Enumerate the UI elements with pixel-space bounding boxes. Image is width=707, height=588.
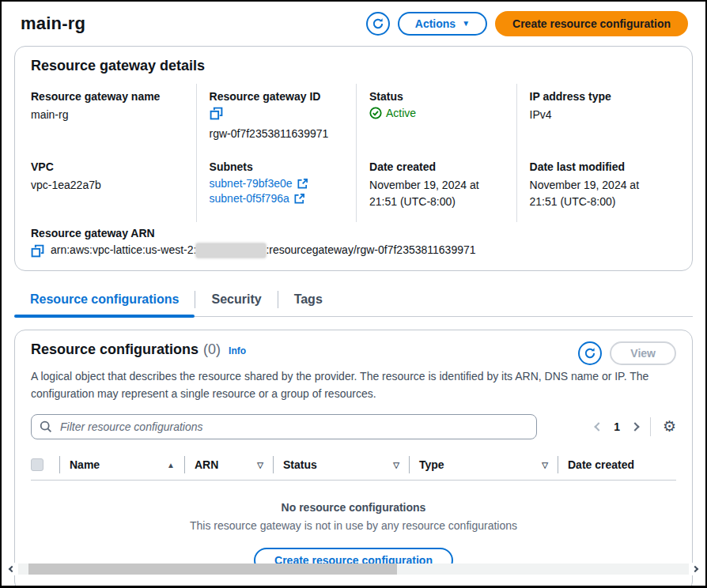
panel-title: Resource configurations (0) Info [31,341,246,358]
current-page[interactable]: 1 [614,420,620,433]
select-all-checkbox-cell [31,458,59,471]
refresh-icon [372,17,384,30]
empty-state-message: This resource gateway is not in use by a… [31,519,676,532]
tab-bar: Resource configurations Security Tags [14,282,693,317]
filter-box [31,414,537,439]
scroll-right-button[interactable] [689,563,701,575]
sort-icon[interactable]: ▽ [393,461,399,469]
field-status: Status Active [356,84,516,154]
refresh-button[interactable] [366,12,390,36]
refresh-icon [584,347,596,360]
resource-count: (0) [203,341,221,358]
column-header-date-created[interactable]: Date created [558,456,676,473]
pagination: 1 ⚙ [595,417,676,436]
panel-header: Resource configurations (0) Info View [31,341,676,365]
search-icon [40,420,52,433]
resource-configurations-panel: Resource configurations (0) Info View A … [14,330,693,588]
redacted-account-id [196,243,266,258]
table-header-row: Name ▲ ARN ▽ Status ▽ Type ▽ Date create… [31,450,676,481]
page-header: main-rg Actions ▼ Create resource config… [13,2,694,43]
column-header-arn[interactable]: ARN ▽ [184,456,273,473]
tab-resource-configurations[interactable]: Resource configurations [14,282,195,316]
create-resource-configuration-button[interactable]: Create resource configuration [495,11,688,36]
field-gateway-id: Resource gateway ID rgw-0f7f235381163997… [196,84,356,154]
external-link-icon [297,178,308,190]
app-window: main-rg Actions ▼ Create resource config… [0,0,707,588]
copy-icon[interactable] [31,244,44,258]
status-badge: Active [369,107,505,119]
empty-state-title: No resource configurations [31,501,676,514]
caret-down-icon: ▼ [462,20,470,28]
subnet-link-1[interactable]: subnet-79bf3e0e [210,177,345,190]
sort-icon[interactable]: ▽ [257,461,263,469]
table-toolbar: 1 ⚙ [31,414,676,439]
view-button[interactable]: View [610,341,676,365]
horizontal-scrollbar [6,563,701,575]
column-header-status[interactable]: Status ▽ [273,456,409,473]
previous-page-icon[interactable] [594,422,603,431]
tab-security[interactable]: Security [195,282,277,316]
divider [650,417,651,436]
panel-description: A logical object that describes the reso… [31,368,676,402]
copy-icon[interactable] [210,107,223,120]
field-gateway-name: Resource gateway name main-rg [31,84,196,154]
panel-refresh-button[interactable] [578,341,602,365]
scrollbar-thumb[interactable] [28,564,397,575]
page-title: main-rg [21,13,366,34]
details-card-title: Resource gateway details [31,58,676,74]
select-all-checkbox[interactable] [31,458,43,471]
panel-buttons: View [578,341,676,365]
subnet-link-2[interactable]: subnet-0f5f796a [210,192,345,205]
resource-gateway-details-card: Resource gateway details Resource gatewa… [14,46,693,271]
details-grid: Resource gateway name main-rg Resource g… [31,84,676,222]
chevron-right-icon [692,566,698,572]
settings-gear-icon[interactable]: ⚙ [663,419,676,434]
external-link-icon [293,193,305,205]
field-date-created: Date created November 19, 2024 at 21:51 … [356,154,516,222]
actions-button[interactable]: Actions ▼ [398,12,487,36]
scrollbar-track[interactable] [18,564,689,575]
sort-icon[interactable]: ▽ [542,461,548,469]
empty-state: No resource configurations This resource… [31,481,676,575]
header-actions: Actions ▼ Create resource configuration [366,11,688,36]
tab-tags[interactable]: Tags [278,282,338,316]
field-ip-address-type: IP address type IPv4 [516,84,676,154]
field-resource-gateway-arn: Resource gateway ARN arn:aws:vpc-lattice… [31,227,676,258]
column-header-type[interactable]: Type ▽ [409,456,558,473]
sort-ascending-icon[interactable]: ▲ [167,461,175,469]
info-link[interactable]: Info [229,345,246,356]
filter-input[interactable] [59,420,528,434]
scroll-left-button[interactable] [6,563,18,575]
arn-value: arn:aws:vpc-lattice:us-west-2::resourceg… [51,243,476,258]
status-success-icon [369,107,382,119]
field-subnets: Subnets subnet-79bf3e0e subnet-0f5f796a [196,154,356,222]
column-header-name[interactable]: Name ▲ [59,456,184,473]
next-page-icon[interactable] [630,422,639,431]
field-vpc: VPC vpc-1ea22a7b [31,154,196,222]
field-date-last-modified: Date last modified November 19, 2024 at … [516,154,676,222]
chevron-left-icon [9,566,15,572]
